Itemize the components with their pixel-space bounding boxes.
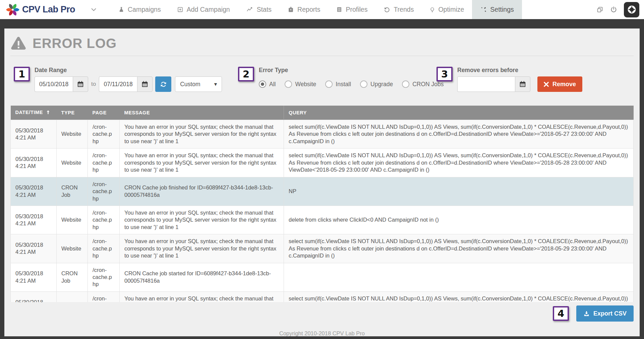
export-csv-label: Export CSV (593, 310, 627, 317)
cell-query: select sum(if(c.ViewDate IS NOT NULL AND… (284, 291, 634, 302)
error-type-radio-upgrade[interactable]: Upgrade (360, 80, 393, 88)
nav-item-profiles[interactable]: Profiles (328, 0, 375, 19)
page-title-row: ERROR LOG (4, 29, 640, 56)
column-header-message[interactable]: MESSAGE (120, 106, 284, 120)
life-ring-icon (627, 5, 636, 14)
radio-label: Upgrade (370, 81, 393, 88)
column-header-label: DATE/TIME (15, 110, 43, 115)
nav-item-optimize[interactable]: Optimize (422, 0, 472, 19)
support-button[interactable] (624, 2, 639, 17)
column-header-query[interactable]: QUERY (284, 106, 634, 120)
error-table-body: 05/30/2018 4:21 AMWebsite/cron-cache.php… (11, 120, 634, 302)
cell-page: /cron-cache.php (88, 177, 120, 206)
top-nav: CPV Lab Pro CampaignsAdd CampaignStatsRe… (0, 0, 644, 19)
cell-type: Website (57, 149, 88, 177)
error-type-options: AllWebsiteInstallUpgradeCRON Jobs (259, 76, 453, 92)
cell-query: NP (284, 177, 634, 206)
date-to-calendar-icon[interactable] (137, 76, 153, 92)
table-row: 05/30/2018 4:21 AMWebsite/cron-cache.php… (11, 234, 634, 263)
nav-item-stats[interactable]: Stats (238, 0, 280, 19)
column-header-date-time[interactable]: DATE/TIME (11, 106, 57, 120)
date-range-to-label: to (91, 81, 96, 88)
date-to-input[interactable] (99, 76, 137, 92)
nav-item-reports[interactable]: Reports (280, 0, 328, 19)
x-icon (544, 82, 549, 87)
window-restore-icon[interactable] (596, 6, 603, 13)
power-icon[interactable] (610, 6, 617, 13)
nav-item-trends[interactable]: Trends (375, 0, 422, 19)
cell-datetime: 05/30/2018 4:21 AM (11, 177, 57, 206)
brand-menu-chevron[interactable] (91, 8, 96, 11)
annotation-badge-3: 3 (436, 67, 453, 81)
error-log-table: DATE/TIMETYPEPAGEMESSAGEQUERY 05/30/2018… (10, 106, 634, 302)
radio-label: Website (295, 81, 316, 88)
date-from-input[interactable] (35, 76, 73, 92)
remove-button-label: Remove (552, 81, 576, 88)
column-header-label: PAGE (93, 110, 107, 115)
nav-item-campaigns[interactable]: Campaigns (110, 0, 169, 19)
cell-message: CRON Cache job started for ID=6089f427-b… (120, 263, 284, 291)
refresh-button[interactable] (155, 76, 171, 92)
warning-triangle-icon (10, 36, 26, 51)
cell-query: select sum(if(c.ViewDate IS NOT NULL AND… (284, 120, 634, 149)
column-header-label: MESSAGE (124, 110, 150, 115)
cell-message: You have an error in your SQL syntax; ch… (120, 206, 284, 234)
remove-errors-label: Remove errors before (457, 67, 582, 74)
radio-circle-icon (325, 80, 333, 88)
error-type-radio-website[interactable]: Website (285, 80, 316, 88)
nav-item-label: Stats (257, 6, 272, 13)
table-row: 05/30/2018 4:21 AMWebsite/cron-cache.php… (11, 149, 634, 177)
cell-page: /cron-cache.php (88, 263, 120, 291)
column-header-label: TYPE (61, 110, 75, 115)
profiles-icon (336, 6, 342, 13)
cell-page: /cron-cache.php (88, 120, 120, 149)
table-row: 05/30/2018 4:21 AMWebsite/cron-cache.php… (11, 120, 634, 149)
filter-bar: 1 Date Range to (10, 56, 634, 106)
nav-item-settings[interactable]: Settings (472, 0, 522, 19)
remove-button[interactable]: Remove (537, 76, 582, 92)
error-type-radio-all[interactable]: All (259, 80, 276, 88)
cell-datetime: 05/30/2018 4:21 AM (11, 263, 57, 291)
cell-message: You have an error in your SQL syntax; ch… (120, 120, 284, 149)
remove-before-date-input[interactable] (457, 76, 515, 92)
annotation-badge-1: 1 (14, 67, 30, 81)
error-type-radio-install[interactable]: Install (325, 80, 351, 88)
cell-datetime: 05/30/2018 4:21 AM (11, 149, 57, 177)
content-panel: ERROR LOG 1 Date Range to (4, 29, 640, 336)
cell-datetime: 05/30/2018 4:21 AM (11, 206, 57, 234)
cell-type: Website (57, 120, 88, 149)
annotation-badge-4: 4 (553, 306, 569, 321)
settings-icon (480, 6, 487, 13)
cpv-lab-pro-logo[interactable]: CPV Lab Pro (5, 0, 75, 19)
trends-icon (384, 6, 390, 13)
nav-item-add-campaign[interactable]: Add Campaign (169, 0, 238, 19)
export-row: 4 Export CSV (10, 305, 634, 322)
remove-before-calendar-icon[interactable] (515, 76, 530, 92)
table-row: 05/30/2018 4:21 AMCRON Job/cron-cache.ph… (11, 263, 634, 291)
cell-query: delete from clicks where ClickID<0 AND C… (284, 206, 634, 234)
sort-up-icon (46, 110, 51, 116)
cell-datetime: 05/30/2018 4:21 AM (11, 120, 57, 149)
remove-errors-group: 3 Remove errors before Remove (436, 67, 582, 92)
date-from-calendar-icon[interactable] (73, 76, 88, 92)
radio-circle-icon (285, 80, 292, 88)
refresh-icon (160, 81, 167, 88)
error-type-group: 2 Error Type AllWebsiteInstallUpgradeCRO… (238, 67, 453, 92)
cell-type: Website (57, 206, 88, 234)
radio-label: Install (336, 81, 351, 88)
column-header-type[interactable]: TYPE (57, 106, 88, 120)
page-title: ERROR LOG (33, 36, 117, 51)
cell-query (284, 263, 634, 291)
cell-type: CRON Job (57, 177, 88, 206)
annotation-badge-2: 2 (238, 67, 254, 81)
export-icon (583, 310, 590, 317)
nav-item-label: Trends (394, 6, 414, 13)
date-preset-select[interactable]: Custom ▼ (175, 76, 222, 92)
column-header-page[interactable]: PAGE (88, 106, 120, 120)
brand-pinwheel-icon (5, 2, 20, 17)
export-csv-button[interactable]: Export CSV (576, 305, 634, 322)
date-preset-value: Custom (180, 81, 200, 88)
table-row: 05/30/2018 4:21 AMWebsite/cron-cache.php… (11, 291, 634, 302)
cell-message: CRON Cache job finished for ID=6089f427-… (120, 177, 284, 206)
cell-message: You have an error in your SQL syntax; ch… (120, 291, 284, 302)
